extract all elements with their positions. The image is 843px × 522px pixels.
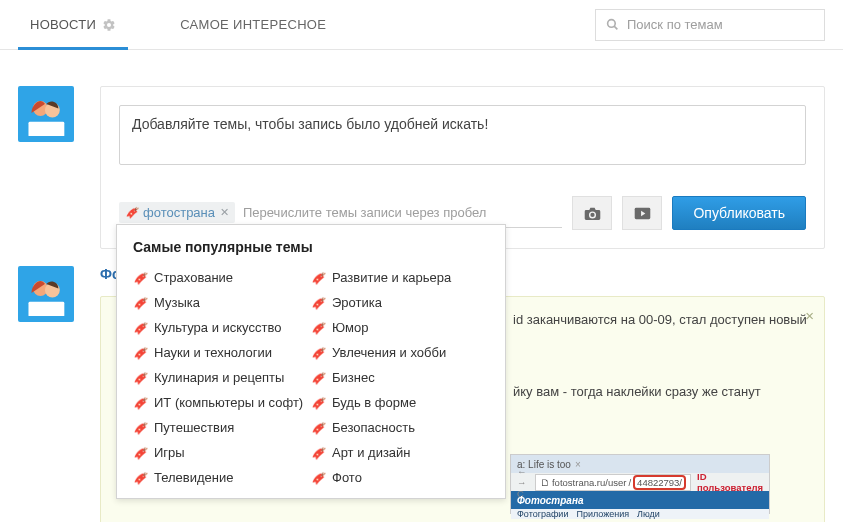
tag-icon: 🔖 — [312, 295, 326, 310]
tag-icon: 🔖 — [134, 320, 148, 335]
topbar: НОВОСТИ САМОЕ ИНТЕРЕСНОЕ — [0, 0, 843, 50]
search-icon — [606, 18, 619, 31]
browser-menu-item: Фотографии — [517, 509, 568, 519]
topic-item[interactable]: 🔖ИТ (компьютеры и софт) — [133, 390, 311, 415]
camera-icon — [584, 206, 601, 221]
post-textarea[interactable] — [119, 105, 806, 165]
topic-dropdown: Самые популярные темы 🔖Страхование 🔖Музы… — [116, 224, 506, 499]
tag-icon: 🔖 — [134, 270, 148, 285]
browser-brand: Фотострана — [517, 495, 584, 506]
dropdown-col-1: 🔖Страхование 🔖Музыка 🔖Культура и искусст… — [133, 265, 311, 490]
publish-button[interactable]: Опубликовать — [672, 196, 806, 230]
topic-item[interactable]: 🔖Игры — [133, 440, 311, 465]
tag-icon: 🔖 — [312, 395, 326, 410]
tag-icon: 🔖 — [134, 295, 148, 310]
notice-text: id заканчиваются на 00-09, стал доступен… — [513, 311, 807, 330]
tab-interesting-label: САМОЕ ИНТЕРЕСНОЕ — [180, 17, 326, 32]
topic-item[interactable]: 🔖Эротика — [311, 290, 489, 315]
topic-item[interactable]: 🔖Музыка — [133, 290, 311, 315]
browser-url-id: 44822793/ — [633, 475, 686, 490]
topic-item[interactable]: 🔖Увлечения и хобби — [311, 340, 489, 365]
browser-id-label: ID пользователя — [697, 471, 763, 493]
video-button[interactable] — [622, 196, 662, 230]
topic-item[interactable]: 🔖Телевидение — [133, 465, 311, 490]
search-box[interactable] — [595, 9, 825, 41]
tag-icon: 🔖 — [134, 420, 148, 435]
svg-rect-10 — [28, 301, 64, 316]
tag-icon: 🔖 — [134, 345, 148, 360]
tag-icon: 🔖 — [312, 270, 326, 285]
topic-item[interactable]: 🔖Арт и дизайн — [311, 440, 489, 465]
browser-url-host: fotostrana.ru/user — [552, 477, 626, 488]
topic-item[interactable]: 🔖Безопасность — [311, 415, 489, 440]
dropdown-col-2: 🔖Развитие и карьера 🔖Эротика 🔖Юмор 🔖Увле… — [311, 265, 489, 490]
topic-item[interactable]: 🔖Юмор — [311, 315, 489, 340]
svg-rect-5 — [28, 121, 64, 136]
tag-icon: 🔖 — [312, 470, 326, 485]
svg-point-0 — [608, 20, 616, 28]
topic-item[interactable]: 🔖Фото — [311, 465, 489, 490]
embedded-screenshot: a: Life is too× ← → C 🗋 fotostrana.ru/us… — [510, 454, 770, 514]
gear-icon[interactable] — [102, 18, 116, 32]
topic-item[interactable]: 🔖Путешествия — [133, 415, 311, 440]
browser-menu-item: Люди — [637, 509, 660, 519]
tag-input[interactable] — [243, 205, 562, 220]
photo-button[interactable] — [572, 196, 612, 230]
tag-chip[interactable]: 🔖 фотострана ✕ — [119, 202, 235, 223]
notice-text: йку вам - тогда наклейки сразу же станут — [513, 383, 761, 402]
tag-icon: 🔖 — [312, 420, 326, 435]
topic-item[interactable]: 🔖Будь в форме — [311, 390, 489, 415]
topic-item[interactable]: 🔖Науки и технологии — [133, 340, 311, 365]
tab-news-label: НОВОСТИ — [30, 17, 96, 32]
tag-icon: 🔖 — [134, 470, 148, 485]
tag-icon: 🔖 — [312, 370, 326, 385]
browser-menu-item: Приложения — [576, 509, 629, 519]
tab-interesting[interactable]: САМОЕ ИНТЕРЕСНОЕ — [168, 0, 338, 50]
tag-icon: 🔖 — [312, 345, 326, 360]
topic-item[interactable]: 🔖Кулинария и рецепты — [133, 365, 311, 390]
tag-icon: 🔖 — [134, 395, 148, 410]
avatar[interactable] — [18, 266, 74, 322]
topic-item[interactable]: 🔖Культура и искусство — [133, 315, 311, 340]
tab-news[interactable]: НОВОСТИ — [18, 0, 128, 50]
tag-icon: 🔖 — [134, 445, 148, 460]
tag-icon: 🔖 — [126, 206, 139, 220]
topic-item[interactable]: 🔖Развитие и карьера — [311, 265, 489, 290]
topic-item[interactable]: 🔖Бизнес — [311, 365, 489, 390]
topic-item[interactable]: 🔖Страхование — [133, 265, 311, 290]
tag-chip-label: фотострана — [143, 205, 215, 220]
search-input[interactable] — [627, 17, 814, 32]
avatar[interactable] — [18, 86, 74, 142]
dropdown-title: Самые популярные темы — [133, 239, 489, 255]
tag-icon: 🔖 — [134, 370, 148, 385]
svg-line-1 — [614, 26, 617, 29]
tag-icon: 🔖 — [312, 320, 326, 335]
tag-icon: 🔖 — [312, 445, 326, 460]
close-icon[interactable]: ✕ — [220, 206, 229, 219]
video-icon — [634, 207, 651, 220]
